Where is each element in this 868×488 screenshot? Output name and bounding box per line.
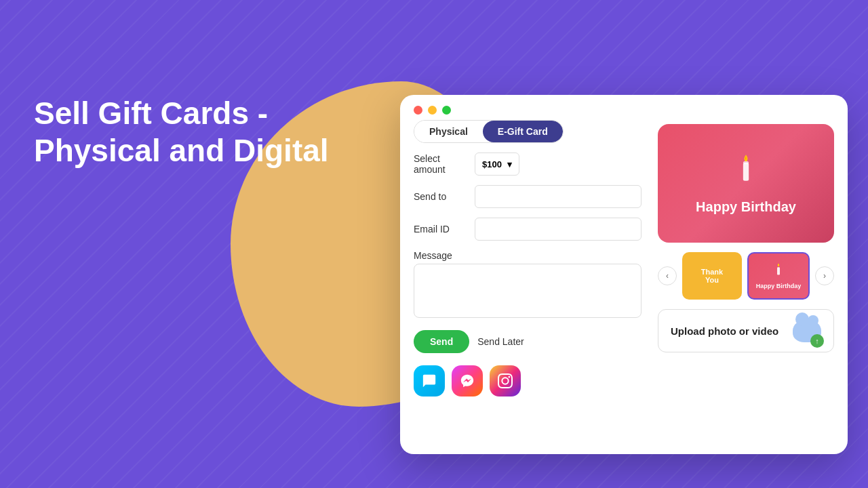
message-label: Message [414,250,642,261]
thank-you-line2: You [705,276,719,284]
amount-label: Select amount [414,153,468,175]
hero-title: Sell Gift Cards - Physical and Digital [34,95,329,169]
traffic-lights [400,95,848,120]
chat-icon [422,373,437,388]
svg-rect-0 [743,163,749,181]
upload-arrow-icon: ↑ [810,334,824,348]
carousel-items: Thank You Happy Birthday [682,252,810,300]
card-type-tabs: Physical E-Gift Card [414,120,564,143]
social-share-row [414,365,642,396]
email-label: Email ID [414,224,468,235]
messenger-icon [460,373,475,388]
thumb-candle-icon [773,262,784,281]
email-row: Email ID [414,218,642,241]
instagram-icon [498,373,513,388]
email-input[interactable] [475,218,642,241]
app-content: Physical E-Gift Card Select amount $100 … [400,120,848,445]
card-carousel: ‹ Thank You [658,252,834,300]
traffic-light-red[interactable] [414,106,422,115]
carousel-next-button[interactable]: › [815,266,834,285]
message-textarea[interactable] [414,264,642,318]
messenger-share-button[interactable] [452,365,483,396]
send-to-row: Send to [414,185,642,208]
send-button[interactable]: Send [414,330,469,353]
upload-area[interactable]: Upload photo or video ↑ [658,309,834,352]
chat-share-button[interactable] [414,365,445,396]
traffic-light-green[interactable] [442,106,451,115]
upload-icon-wrap: ↑ [793,319,821,342]
send-to-input[interactable] [475,185,642,208]
upload-label: Upload photo or video [671,325,778,337]
cards-panel: Happy Birthday ‹ Thank You [658,120,834,434]
message-section: Message [414,250,642,321]
svg-point-1 [743,161,749,164]
carousel-prev-button[interactable]: ‹ [658,266,677,285]
amount-row: Select amount $100 ▾ [414,152,642,176]
thank-you-line1: Thank [701,268,723,276]
tab-egift[interactable]: E-Gift Card [483,121,563,142]
tab-physical[interactable]: Physical [414,121,483,142]
instagram-share-button[interactable] [490,365,521,396]
send-later-button[interactable]: Send Later [477,336,524,347]
chevron-down-icon: ▾ [507,159,512,169]
main-card-label: Happy Birthday [696,199,796,215]
traffic-light-yellow[interactable] [428,106,437,115]
thumb-birthday-label: Happy Birthday [756,283,802,289]
main-gift-card: Happy Birthday [658,124,834,243]
thumb-candle-svg [773,262,784,279]
hero-section: Sell Gift Cards - Physical and Digital [34,95,329,169]
svg-rect-2 [777,267,780,274]
send-to-label: Send to [414,191,468,202]
amount-dropdown[interactable]: $100 ▾ [475,152,519,176]
form-panel: Physical E-Gift Card Select amount $100 … [414,120,642,434]
happy-birthday-card-thumb[interactable]: Happy Birthday [747,252,810,300]
candle-svg [735,152,757,186]
action-buttons: Send Send Later [414,330,642,353]
amount-value: $100 [482,159,502,169]
app-window: Physical E-Gift Card Select amount $100 … [400,95,848,454]
candle-icon [735,152,757,192]
thank-you-card-thumb[interactable]: Thank You [682,252,742,300]
